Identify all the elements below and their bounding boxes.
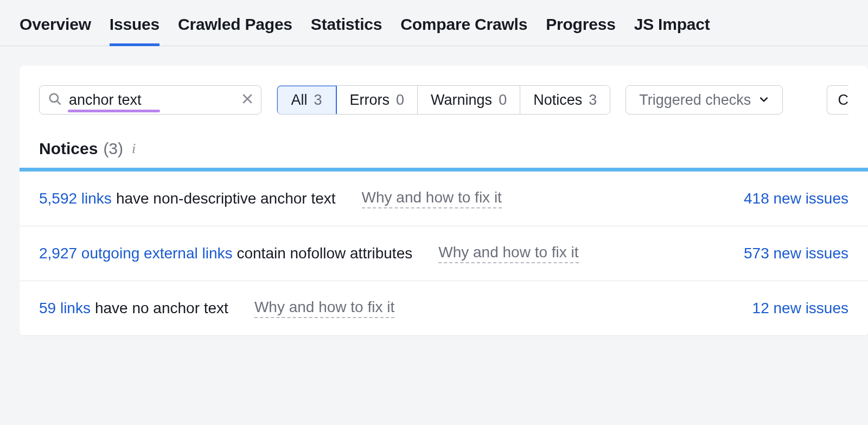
issue-main: 2,927 outgoing external links contain no… [39, 245, 412, 262]
clear-icon[interactable] [241, 92, 254, 107]
filter-notices-label: Notices [533, 92, 582, 109]
filter-warnings[interactable]: Warnings 0 [418, 86, 520, 114]
issue-description: have no anchor text [95, 300, 228, 317]
triggered-checks-dropdown[interactable]: Triggered checks [626, 85, 783, 115]
section-count: (3) [103, 139, 123, 158]
tab-crawled-pages[interactable]: Crawled Pages [178, 11, 292, 46]
search-wrapper [39, 85, 261, 115]
tab-progress[interactable]: Progress [546, 11, 615, 46]
issues-panel: All 3 Errors 0 Warnings 0 Notices 3 Trig… [20, 66, 868, 336]
truncated-button[interactable]: C [827, 85, 849, 115]
section-title: Notices [39, 139, 98, 158]
top-tabs: Overview Issues Crawled Pages Statistics… [0, 0, 868, 46]
fix-link[interactable]: Why and how to fix it [362, 189, 502, 208]
filter-notices[interactable]: Notices 3 [520, 86, 610, 114]
tab-issues[interactable]: Issues [110, 11, 159, 46]
search-icon [48, 92, 62, 108]
issue-link[interactable]: 59 links [39, 300, 91, 317]
tab-statistics[interactable]: Statistics [311, 11, 382, 46]
fix-link[interactable]: Why and how to fix it [254, 299, 394, 318]
issue-main: 5,592 links have non-descriptive anchor … [39, 190, 336, 207]
filter-group: All 3 Errors 0 Warnings 0 Notices 3 [277, 85, 610, 115]
issue-row: 59 links have no anchor text Why and how… [20, 281, 868, 336]
issue-description: have non-descriptive anchor text [116, 190, 336, 207]
truncated-button-label: C [838, 92, 849, 109]
issue-main: 59 links have no anchor text [39, 300, 228, 317]
notices-divider [20, 168, 868, 172]
issue-link[interactable]: 5,592 links [39, 190, 112, 207]
search-highlight [68, 110, 160, 112]
filter-all[interactable]: All 3 [277, 85, 337, 115]
tab-js-impact[interactable]: JS Impact [634, 11, 710, 46]
issue-link[interactable]: 2,927 outgoing external links [39, 245, 232, 262]
new-issues-link[interactable]: 573 new issues [744, 245, 848, 262]
issue-row: 5,592 links have non-descriptive anchor … [20, 172, 868, 226]
svg-line-1 [57, 101, 60, 104]
dropdown-label: Triggered checks [639, 92, 751, 109]
filter-errors-label: Errors [350, 92, 390, 109]
issue-description: contain nofollow attributes [237, 245, 412, 262]
new-issues-link[interactable]: 418 new issues [744, 190, 848, 207]
tab-overview[interactable]: Overview [20, 11, 91, 46]
filter-all-count: 3 [314, 92, 322, 109]
issue-row: 2,927 outgoing external links contain no… [20, 226, 868, 281]
new-issues-link[interactable]: 12 new issues [752, 300, 848, 317]
info-icon[interactable]: i [132, 141, 136, 157]
filter-warnings-count: 0 [499, 92, 507, 109]
filter-all-label: All [291, 92, 308, 109]
section-heading: Notices (3) i [20, 128, 868, 168]
controls-row: All 3 Errors 0 Warnings 0 Notices 3 Trig… [20, 66, 868, 128]
fix-link[interactable]: Why and how to fix it [438, 244, 578, 263]
tab-compare-crawls[interactable]: Compare Crawls [400, 11, 527, 46]
filter-errors-count: 0 [396, 92, 404, 109]
filter-warnings-label: Warnings [431, 92, 492, 109]
chevron-down-icon [758, 92, 769, 109]
filter-notices-count: 3 [589, 92, 597, 109]
filter-errors[interactable]: Errors 0 [337, 86, 418, 114]
